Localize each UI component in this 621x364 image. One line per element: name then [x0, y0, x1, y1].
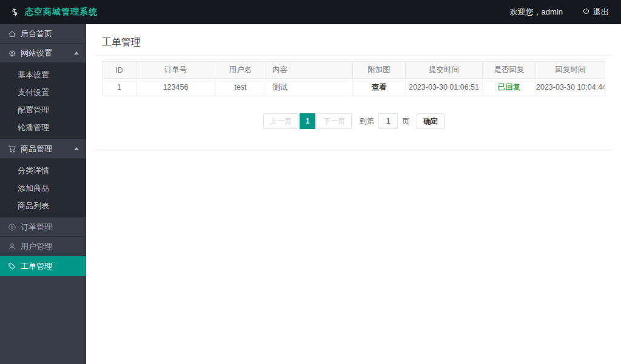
sidebar-item-dashboard[interactable]: 后台首页 — [0, 24, 86, 44]
column-header-submit_time: 提交时间 — [406, 62, 483, 79]
cell-order_no: 123456 — [136, 79, 215, 96]
app-logo[interactable]: 态空商城管理系统 — [0, 7, 98, 18]
chevron-up-icon — [74, 147, 79, 150]
submenu-site-settings: 基本设置支付设置配置管理轮播管理 — [0, 63, 86, 139]
submenu-product-management: 分类详情添加商品商品列表 — [0, 159, 86, 217]
sidebar-item-label: 用户管理 — [21, 241, 52, 252]
cell-reply_status: 已回复 — [483, 79, 536, 96]
column-header-reply_status: 是否回复 — [483, 62, 536, 79]
logout-label: 退出 — [593, 7, 609, 18]
table-header-row: ID订单号用户名内容附加图提交时间是否回复回复时间 — [102, 62, 605, 79]
confirm-button[interactable]: 确定 — [417, 113, 445, 129]
cell-reply_time: 2023-03-30 10:04:44 — [536, 79, 605, 96]
sidebar-item-user-management[interactable]: 用户管理 — [0, 237, 86, 256]
sidebar-item-label: 后台首页 — [21, 28, 52, 39]
sidebar: 后台首页网站设置基本设置支付设置配置管理轮播管理商品管理分类详情添加商品商品列表… — [0, 24, 86, 364]
cell-attachment[interactable]: 查看 — [353, 79, 406, 96]
gear-icon — [8, 49, 16, 58]
home-icon — [8, 30, 16, 38]
sidebar-item-label: 网站设置 — [21, 48, 52, 59]
sidebar-item-basic-settings[interactable]: 基本设置 — [0, 66, 86, 84]
column-header-content: 内容 — [266, 62, 353, 79]
chevron-up-icon — [74, 51, 79, 55]
top-header: 态空商城管理系统 欢迎您，admin 退出 — [0, 0, 621, 24]
goto-page-label: 到第 — [360, 116, 374, 127]
sidebar-item-label: 商品管理 — [21, 144, 52, 154]
content-card: 工单管理 ID订单号用户名内容附加图提交时间是否回复回复时间1123456tes… — [94, 29, 613, 150]
sidebar-item-ticket-management[interactable]: 工单管理 — [0, 256, 86, 276]
prev-page-button[interactable]: 上一页 — [263, 113, 298, 129]
column-header-reply_time: 回复时间 — [536, 62, 605, 79]
tickets-table: ID订单号用户名内容附加图提交时间是否回复回复时间1123456test测试查看… — [102, 61, 605, 96]
column-header-attachment: 附加图 — [353, 62, 406, 79]
sidebar-item-order-management[interactable]: 订单管理 — [0, 217, 86, 237]
next-page-button[interactable]: 下一页 — [317, 113, 352, 129]
power-icon — [582, 7, 590, 17]
current-page-button[interactable]: 1 — [300, 113, 315, 129]
user-icon — [8, 242, 16, 251]
welcome-text: 欢迎您，admin — [510, 7, 563, 18]
tag-icon — [8, 262, 16, 271]
page-title: 工单管理 — [94, 29, 613, 56]
sidebar-item-label: 订单管理 — [21, 222, 52, 233]
logout-button[interactable]: 退出 — [582, 7, 609, 18]
app-title: 态空商城管理系统 — [25, 7, 98, 18]
column-header-username: 用户名 — [215, 62, 266, 79]
table-wrap: ID订单号用户名内容附加图提交时间是否回复回复时间1123456test测试查看… — [94, 56, 613, 96]
cart-icon — [8, 145, 16, 153]
cell-submit_time: 2023-03-30 01:06:51 — [406, 79, 483, 96]
cell-content: 测试 — [266, 79, 353, 96]
cell-id: 1 — [102, 79, 136, 96]
column-header-id: ID — [102, 62, 136, 79]
sidebar-item-carousel-management[interactable]: 轮播管理 — [0, 119, 86, 136]
sidebar-item-category-details[interactable]: 分类详情 — [0, 162, 86, 179]
sidebar-item-label: 工单管理 — [21, 261, 52, 272]
sidebar-item-config-management[interactable]: 配置管理 — [0, 101, 86, 119]
sidebar-item-product-management[interactable]: 商品管理 — [0, 139, 86, 159]
page-unit-label: 页 — [402, 116, 409, 127]
sidebar-item-payment-settings[interactable]: 支付设置 — [0, 84, 86, 101]
sidebar-item-site-settings[interactable]: 网站设置 — [0, 44, 86, 63]
cell-username: test — [215, 79, 266, 96]
sidebar-item-product-list[interactable]: 商品列表 — [0, 197, 86, 214]
main-content: 工单管理 ID订单号用户名内容附加图提交时间是否回复回复时间1123456tes… — [86, 24, 621, 364]
column-header-order_no: 订单号 — [136, 62, 215, 79]
goto-page-input[interactable] — [378, 113, 398, 129]
order-icon — [8, 223, 16, 231]
pagination: 上一页 1 下一页 到第 页 确定 — [94, 113, 613, 129]
header-right: 欢迎您，admin 退出 — [510, 7, 621, 18]
sidebar-item-add-product[interactable]: 添加商品 — [0, 179, 86, 197]
table-row: 1123456test测试查看2023-03-30 01:06:51已回复202… — [102, 79, 605, 96]
currency-icon — [9, 7, 20, 18]
